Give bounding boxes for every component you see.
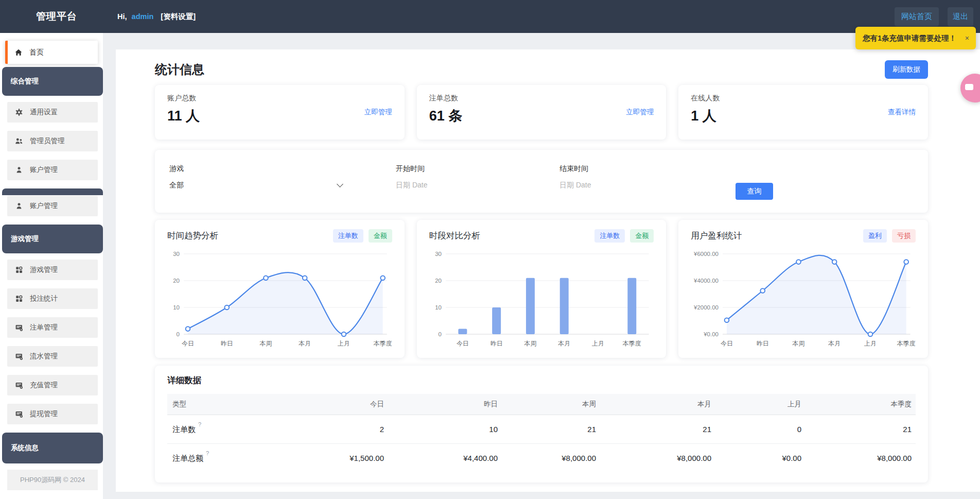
- sidebar-item-label: 流水管理: [30, 352, 58, 361]
- site-home-button[interactable]: 网站首页: [895, 7, 939, 26]
- svg-text:20: 20: [173, 278, 180, 284]
- table-cell: ¥8,000.00: [806, 444, 916, 473]
- query-button[interactable]: 查询: [736, 183, 773, 200]
- legend-badge-blue[interactable]: 盈利: [863, 229, 887, 243]
- brand-title: 管理平台: [36, 10, 77, 23]
- table-cell: ¥4,400.00: [388, 444, 502, 473]
- table-cell: ¥8,000.00: [502, 444, 600, 473]
- table-cell: ¥0.00: [715, 444, 806, 473]
- start-date-label: 开始时间: [396, 164, 550, 174]
- sidebar-item-label: 游戏管理: [30, 265, 58, 274]
- legend-badge-green[interactable]: 金额: [630, 229, 654, 243]
- grid-icon: [15, 266, 23, 274]
- sidebar-footer-copyright: PHP90源码网 © 2024: [7, 470, 98, 490]
- sidebar-item-s0-2[interactable]: 账户管理: [7, 160, 98, 180]
- greeting-prefix: Hi,: [117, 12, 127, 21]
- row-label-cell: 注单数?: [167, 415, 301, 444]
- svg-text:昨日: 昨日: [221, 340, 233, 347]
- end-date-label: 结束时间: [559, 164, 714, 174]
- ledger-icon: [15, 323, 23, 332]
- svg-text:本季度: 本季度: [373, 340, 392, 347]
- table-cell: 10: [388, 415, 502, 444]
- table-header-cell: 今日: [301, 394, 388, 415]
- table-header-cell: 本周: [502, 394, 600, 415]
- sidebar-item-home[interactable]: 首页: [5, 41, 98, 64]
- stat-card-label: 账户总数: [167, 94, 392, 103]
- sidebar-item-s2-3[interactable]: 流水管理: [7, 346, 98, 367]
- table-cell: 21: [502, 415, 600, 444]
- username-link[interactable]: admin: [132, 12, 154, 21]
- sidebar-item-s2-2[interactable]: 注单管理: [7, 317, 98, 338]
- end-date-field: 结束时间 日期 Date: [559, 164, 714, 190]
- table-header-cell: 上月: [715, 394, 806, 415]
- game-select-value: 全部: [169, 181, 184, 189]
- game-select[interactable]: 全部: [169, 181, 344, 190]
- stat-cards-row: 账户总数11 人立即管理注单总数61 条立即管理在线人数1 人查看详情: [155, 85, 928, 140]
- table-cell: 21: [806, 415, 916, 444]
- profile-settings-link[interactable]: [资料设置]: [161, 12, 196, 21]
- page-header: 统计信息 刷新数据: [155, 49, 928, 81]
- sidebar-item-label: 提现管理: [30, 409, 58, 419]
- main-panel: 统计信息 刷新数据 账户总数11 人立即管理注单总数61 条立即管理在线人数1 …: [116, 49, 980, 492]
- svg-text:今日: 今日: [457, 340, 469, 347]
- start-date-input[interactable]: 日期 Date: [396, 181, 550, 190]
- sidebar-section-collapsed[interactable]: [2, 188, 103, 195]
- legend-badge-red[interactable]: 亏损: [892, 229, 916, 243]
- table-cell: ¥8,000.00: [600, 444, 715, 473]
- page-title: 统计信息: [155, 61, 204, 78]
- svg-text:10: 10: [435, 304, 442, 311]
- user-icon: [15, 166, 23, 174]
- sidebar-item-s0-1[interactable]: 管理员管理: [7, 131, 98, 151]
- stat-card-value: 11 人: [167, 107, 392, 125]
- sidebar-section-header[interactable]: 综合管理: [2, 67, 103, 96]
- help-icon[interactable]: ?: [206, 450, 209, 456]
- svg-text:本季度: 本季度: [622, 340, 641, 347]
- sidebar-item-label: 注单管理: [30, 323, 58, 332]
- row-label: 注单总额: [172, 454, 203, 462]
- start-date-field: 开始时间 日期 Date: [396, 164, 550, 190]
- svg-text:¥4000.00: ¥4000.00: [693, 278, 719, 284]
- stat-card-link[interactable]: 查看详情: [888, 108, 916, 117]
- chart-title: 用户盈利统计: [691, 230, 858, 242]
- chevron-down-icon: [337, 181, 343, 187]
- sidebar-item-s2-0[interactable]: 游戏管理: [7, 260, 98, 280]
- logout-button[interactable]: 退出: [948, 7, 973, 26]
- svg-text:¥6000.00: ¥6000.00: [693, 251, 719, 257]
- ledger-icon: [15, 381, 23, 389]
- detail-table-card: 详细数据 类型今日昨日本周本月上月本季度注单数?2102121021注单总额?¥…: [155, 366, 928, 483]
- sidebar-item-label: 首页: [29, 48, 44, 57]
- sidebar-item-label: 充值管理: [30, 381, 58, 390]
- svg-text:本周: 本周: [259, 340, 272, 347]
- sidebar-section-header[interactable]: 系统信息: [2, 433, 103, 463]
- close-icon[interactable]: ×: [964, 34, 971, 42]
- svg-text:本季度: 本季度: [897, 340, 916, 347]
- svg-text:上月: 上月: [591, 340, 604, 347]
- table-cell: 2: [301, 415, 388, 444]
- sidebar-item-s2-5[interactable]: 提现管理: [7, 404, 98, 424]
- chart-title: 时段对比分析: [429, 230, 590, 242]
- refresh-data-button[interactable]: 刷新数据: [885, 60, 928, 79]
- sidebar-item-s1-0[interactable]: 账户管理: [7, 196, 98, 216]
- svg-text:昨日: 昨日: [490, 340, 502, 347]
- sidebar-item-s2-4[interactable]: 充值管理: [7, 375, 98, 395]
- stat-card-link[interactable]: 立即管理: [626, 108, 654, 117]
- grid-icon: [15, 295, 23, 303]
- stat-card-link[interactable]: 立即管理: [364, 108, 392, 117]
- sidebar-item-s0-0[interactable]: 通用设置: [7, 102, 98, 123]
- svg-text:0: 0: [177, 331, 180, 337]
- legend-badge-blue[interactable]: 注单数: [594, 229, 625, 243]
- help-icon[interactable]: ?: [198, 421, 201, 427]
- ledger-icon: [15, 410, 23, 418]
- stat-card-0: 账户总数11 人立即管理: [155, 85, 405, 140]
- sidebar-section-header[interactable]: 游戏管理: [2, 225, 103, 253]
- topbar: 管理平台 Hi, admin [资料设置] 网站首页 退出: [0, 0, 980, 33]
- svg-text:本月: 本月: [828, 340, 841, 347]
- sidebar-item-label: 账户管理: [30, 165, 58, 175]
- stat-card-1: 注单总数61 条立即管理: [417, 85, 667, 140]
- sidebar-item-s2-1[interactable]: 投注统计: [7, 288, 98, 309]
- svg-text:20: 20: [435, 278, 442, 284]
- legend-badge-blue[interactable]: 注单数: [333, 229, 363, 243]
- legend-badge-green[interactable]: 金额: [369, 229, 392, 243]
- end-date-input[interactable]: 日期 Date: [559, 181, 714, 190]
- svg-text:本周: 本周: [523, 340, 536, 347]
